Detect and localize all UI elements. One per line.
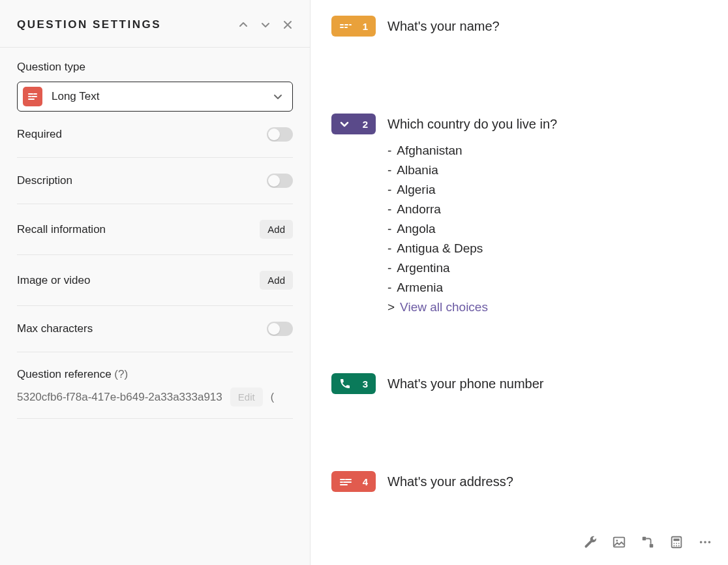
media-add-button[interactable]: Add	[260, 271, 293, 290]
question-3-badge: 3	[331, 373, 376, 394]
long-text-icon	[23, 87, 42, 106]
question-2-badge: 2	[331, 114, 376, 134]
reference-label: Question reference (?)	[17, 368, 293, 381]
question-4-number: 4	[363, 476, 368, 487]
panel-actions	[238, 20, 293, 30]
logic-icon[interactable]	[641, 535, 655, 549]
setting-media-label: Image or video	[17, 274, 90, 287]
question-3-title: What's your phone number	[387, 373, 544, 394]
question-settings-panel: Question Settings Question type Long T	[0, 0, 311, 565]
question-2[interactable]: 2 Which country do you live in? -Afghani…	[331, 114, 708, 314]
svg-point-20	[678, 543, 680, 544]
svg-point-25	[704, 541, 706, 543]
question-1[interactable]: 1 What's your name?	[331, 16, 708, 37]
short-text-icon	[339, 22, 352, 31]
panel-title: Question Settings	[17, 18, 161, 31]
question-2-body: Which country do you live in? -Afghanist…	[387, 114, 557, 314]
choice-item: -Afghanistan	[387, 141, 557, 160]
setting-required: Required	[17, 112, 293, 158]
panel-header: Question Settings	[0, 0, 310, 48]
svg-rect-15	[650, 544, 654, 548]
question-2-title: Which country do you live in?	[387, 114, 557, 134]
choice-item: -Algeria	[387, 180, 557, 200]
svg-point-13	[616, 540, 618, 542]
setting-maxchars: Max characters	[17, 306, 293, 352]
question-3-number: 3	[363, 378, 368, 389]
dropdown-icon	[339, 119, 350, 129]
required-toggle[interactable]	[267, 127, 293, 142]
svg-point-19	[676, 543, 677, 544]
reference-label-text: Question reference	[17, 368, 112, 380]
view-all-choices[interactable]: >View all choices	[387, 300, 557, 314]
question-1-number: 1	[363, 21, 368, 32]
chevron-down-icon	[273, 91, 283, 102]
question-2-choices: -Afghanistan -Albania -Algeria -Andorra …	[387, 141, 557, 314]
setting-description: Description	[17, 158, 293, 204]
choice-item: -Angola	[387, 219, 557, 239]
calculator-icon[interactable]	[669, 535, 684, 549]
svg-point-18	[673, 543, 675, 544]
choice-item: -Antigua & Deps	[387, 239, 557, 258]
svg-point-23	[678, 545, 680, 547]
panel-body: Question type Long Text Required Descrip…	[0, 48, 310, 425]
question-1-badge: 1	[331, 16, 376, 37]
question-type-select[interactable]: Long Text	[17, 82, 293, 112]
question-type-label: Question type	[17, 61, 293, 74]
question-tools	[583, 535, 712, 549]
question-4-badge: 4	[331, 471, 376, 492]
question-canvas: 1 What's your name? 2 Which country do y…	[311, 0, 728, 565]
question-4-title: What's your address?	[387, 471, 513, 492]
setting-required-label: Required	[17, 128, 62, 141]
question-reference: Question reference (?) 5320cfb6-f78a-417…	[17, 352, 293, 419]
choice-item: -Armenia	[387, 278, 557, 298]
question-2-number: 2	[363, 119, 368, 130]
more-icon[interactable]	[698, 535, 712, 549]
move-down-icon[interactable]	[260, 20, 271, 30]
reference-help-icon[interactable]: (?)	[114, 368, 128, 380]
svg-point-22	[676, 545, 677, 547]
svg-rect-17	[673, 539, 679, 542]
question-1-title: What's your name?	[387, 16, 500, 37]
svg-rect-14	[643, 537, 646, 541]
svg-point-26	[708, 541, 711, 543]
setting-maxchars-label: Max characters	[17, 322, 93, 335]
wrench-icon[interactable]	[583, 535, 598, 549]
close-icon[interactable]	[282, 20, 293, 30]
reference-suffix: (	[271, 391, 274, 403]
long-text-icon	[339, 477, 352, 486]
setting-description-label: Description	[17, 174, 72, 187]
setting-media: Image or video Add	[17, 255, 293, 306]
setting-recall: Recall information Add	[17, 204, 293, 255]
description-toggle[interactable]	[267, 174, 293, 188]
question-4[interactable]: 4 What's your address?	[331, 471, 708, 492]
svg-point-24	[700, 541, 703, 543]
question-type-value: Long Text	[52, 90, 99, 103]
choice-item: -Argentina	[387, 258, 557, 278]
choice-item: -Albania	[387, 160, 557, 180]
svg-point-21	[673, 545, 675, 547]
question-3[interactable]: 3 What's your phone number	[331, 373, 708, 394]
choice-item: -Andorra	[387, 200, 557, 219]
move-up-icon[interactable]	[238, 20, 249, 30]
recall-add-button[interactable]: Add	[260, 220, 293, 239]
maxchars-toggle[interactable]	[267, 322, 293, 336]
setting-recall-label: Recall information	[17, 223, 106, 236]
phone-icon	[339, 378, 351, 389]
image-icon[interactable]	[612, 535, 626, 549]
reference-value: 5320cfb6-f78a-417e-b649-2a33a333a913	[17, 391, 222, 404]
reference-edit-button[interactable]: Edit	[230, 388, 263, 406]
